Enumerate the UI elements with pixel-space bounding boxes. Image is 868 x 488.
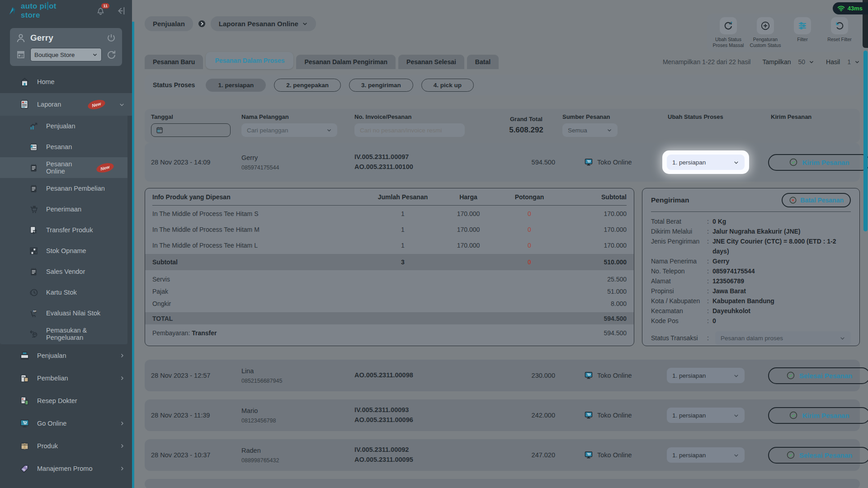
cashflow-icon: RP xyxy=(28,329,39,339)
sidebar-item-resep-dokter[interactable]: Resep Dokter xyxy=(0,389,132,412)
sidebar-item-penjualan[interactable]: Penjualan xyxy=(0,344,132,367)
shipping-field: Kota / Kabupaten:Kabupaten Bandung xyxy=(651,296,851,306)
status-dropdown[interactable]: 1. persiapan xyxy=(667,408,745,423)
laporan-submenu: Penjualan Pesanan Pesanan Online New Pe xyxy=(0,116,127,344)
order-action-cell: Selesai Pesanan xyxy=(768,367,868,384)
tab-batal[interactable]: Batal xyxy=(467,55,499,69)
status-dropdown[interactable]: 1. persiapan xyxy=(667,155,745,170)
filter-nama: Nama Pelanggan Cari pelanggan xyxy=(241,113,354,137)
order-row[interactable]: 28 Nov 2023 - 12:57 Lina 0852156687945 A… xyxy=(145,360,860,391)
product-info-card: Info Produk yang Dipesan Jumlah Pesanan … xyxy=(145,188,634,346)
logout-button[interactable] xyxy=(116,6,126,16)
app-logo[interactable]: auto piot store xyxy=(8,2,67,20)
online-store-icon xyxy=(584,371,593,380)
sidebar-top-bar: auto piot store 11 xyxy=(0,0,132,22)
order-source: Toko Online xyxy=(562,411,655,420)
shipping-field: Dikirim Melalui:Jalur Nugraha Ekakurir (… xyxy=(651,226,851,236)
purchase-icon xyxy=(19,373,30,384)
scrollbar-thumb[interactable] xyxy=(863,51,868,231)
custom-status-button[interactable]: Pengaturan Custom Status xyxy=(747,17,784,48)
order-row[interactable]: 28 Nov 2023 - 11:39 Mario 08123456798 IV… xyxy=(145,399,860,431)
source-select[interactable]: Semua xyxy=(562,123,618,137)
tab-pesanan-dalam-proses[interactable]: Pesanan Dalam Proses xyxy=(206,52,293,69)
chip-persiapan[interactable]: 1. persiapan xyxy=(206,79,266,92)
selesai-pesanan-button[interactable]: Selesai Pesanan xyxy=(768,367,868,384)
submenu-item-transfer-produk[interactable]: Transfer Produk xyxy=(0,220,127,240)
chip-pengepakan[interactable]: 2. pengepakan xyxy=(274,79,341,92)
submenu-item-kartu-stok[interactable]: Kartu Stok xyxy=(0,282,127,303)
order-calendar-icon xyxy=(28,142,39,152)
x-circle-icon xyxy=(789,196,797,204)
order-row-partial[interactable] xyxy=(145,479,860,488)
order-status-cell: 1. persiapan xyxy=(655,150,768,174)
chevron-right-icon xyxy=(119,421,125,426)
status-transaksi-row: Status Transaksi : Pesanan dalam proses xyxy=(651,331,851,345)
order-row[interactable]: 28 Nov 2023 - 14:09 Gerry 085974175544 I… xyxy=(145,143,860,182)
sidebar-item-pembelian[interactable]: Pembelian xyxy=(0,367,132,389)
sidebar-item-produk[interactable]: Produk xyxy=(0,435,132,457)
order-invoices: IV.005.2311.00092 AO.005.2311.00095 xyxy=(354,445,490,465)
submenu-item-pemasukan-pengeluaran[interactable]: RP Pemasukan & Pengeluaran xyxy=(0,324,127,344)
chip-pengiriman[interactable]: 3. pengiriman xyxy=(349,79,413,92)
tab-pesanan-baru[interactable]: Pesanan Baru xyxy=(145,55,203,69)
reload-store-icon[interactable] xyxy=(106,49,117,60)
page-select[interactable]: 1 xyxy=(847,58,860,66)
submenu-item-pesanan-pembelian[interactable]: Pesanan Pembelian xyxy=(0,178,127,199)
sidebar-item-manajemen-promo[interactable]: % Manajemen Promo xyxy=(0,457,132,480)
order-tabs: Pesanan Baru Pesanan Dalam Proses Pesana… xyxy=(145,52,860,69)
sidebar-item-home[interactable]: Home xyxy=(0,70,132,93)
order-datetime: 28 Nov 2023 - 10:37 xyxy=(151,451,241,459)
monitor-cart-icon xyxy=(19,418,30,429)
shipping-card: Pengiriman Batal Pesanan Total Berat:0 K… xyxy=(642,188,860,346)
order-source: Toko Online xyxy=(562,450,655,460)
kirim-pesanan-button[interactable]: Kirim Pesanan xyxy=(768,407,868,424)
status-dropdown[interactable]: 1. persiapan xyxy=(667,447,745,463)
bulk-status-button[interactable]: Ubah Status Proses Massal xyxy=(710,17,747,48)
submenu-item-penjualan[interactable]: Penjualan xyxy=(0,116,127,136)
submenu-item-sales-vendor[interactable]: Sales Vendor xyxy=(0,261,127,282)
chevron-right-icon xyxy=(119,466,125,471)
chevron-down-icon xyxy=(302,21,308,27)
sidebar-item-go-online[interactable]: Go Online xyxy=(0,412,132,435)
status-transaksi-dropdown[interactable]: Pesanan dalam proses xyxy=(715,331,851,345)
latency-value: 43ms xyxy=(848,5,863,12)
order-customer: Raden 088998765432 xyxy=(241,447,354,464)
tab-pesanan-dalam-pengiriman[interactable]: Pesanan Dalam Pengiriman xyxy=(296,55,396,69)
notifications-button[interactable]: 11 xyxy=(95,6,106,16)
status-dropdown[interactable]: 1. persiapan xyxy=(667,368,745,383)
submenu-item-penerimaan[interactable]: Penerimaan xyxy=(0,199,127,220)
store-selector[interactable]: Boutique Store xyxy=(30,48,102,61)
submenu-item-pesanan-online[interactable]: Pesanan Online New xyxy=(0,157,127,178)
kirim-pesanan-button[interactable]: Kirim Pesanan xyxy=(768,154,868,171)
filter-bar: Tanggal Nama Pelanggan Cari pelanggan No… xyxy=(145,109,860,143)
breadcrumb-laporan-pesanan-online[interactable]: Laporan Pesanan Online xyxy=(211,16,316,31)
new-badge: New xyxy=(96,161,115,174)
customer-select[interactable]: Cari pelanggan xyxy=(241,123,337,137)
order-invoices: IV.005.2311.00093 AO.005.2311.00096 xyxy=(354,405,490,425)
page-size-select[interactable]: 50 xyxy=(798,58,815,66)
user-name: Gerry xyxy=(30,33,102,43)
batal-pesanan-button[interactable]: Batal Pesanan xyxy=(782,193,851,207)
tab-pesanan-selesai[interactable]: Pesanan Selesai xyxy=(398,55,464,69)
online-order-icon xyxy=(28,163,39,173)
invoice-search-field[interactable] xyxy=(360,127,459,134)
shipping-field: No. Telepon:085974175544 xyxy=(651,266,851,276)
filter-button[interactable]: Filter xyxy=(784,17,821,48)
charge-row: Ongkir8.000 xyxy=(152,297,627,310)
reset-filter-button[interactable]: Reset Filter xyxy=(821,17,858,48)
submenu-item-evaluasi-nilai-stok[interactable]: RP Evaluasi Nilai Stok xyxy=(0,303,127,324)
order-row[interactable]: 28 Nov 2023 - 10:37 Raden 088998765432 I… xyxy=(145,439,860,471)
date-input[interactable] xyxy=(151,123,231,137)
cash-register-icon xyxy=(19,351,30,361)
chevron-right-icon xyxy=(119,443,125,449)
invoice-search-input[interactable] xyxy=(354,123,465,137)
breadcrumb-penjualan[interactable]: Penjualan xyxy=(145,16,193,31)
shelf-icon xyxy=(28,246,39,256)
submenu-item-stok-opname[interactable]: Stok Opname xyxy=(0,240,127,261)
power-icon[interactable] xyxy=(106,33,117,43)
sidebar-item-laporan[interactable]: Laporan New xyxy=(0,93,132,116)
chip-pickup[interactable]: 4. pick up xyxy=(421,79,474,92)
submenu-item-pesanan[interactable]: Pesanan xyxy=(0,136,127,157)
sales-chart-icon xyxy=(28,122,39,131)
selesai-pesanan-button[interactable]: Selesai Pesanan xyxy=(768,447,868,464)
